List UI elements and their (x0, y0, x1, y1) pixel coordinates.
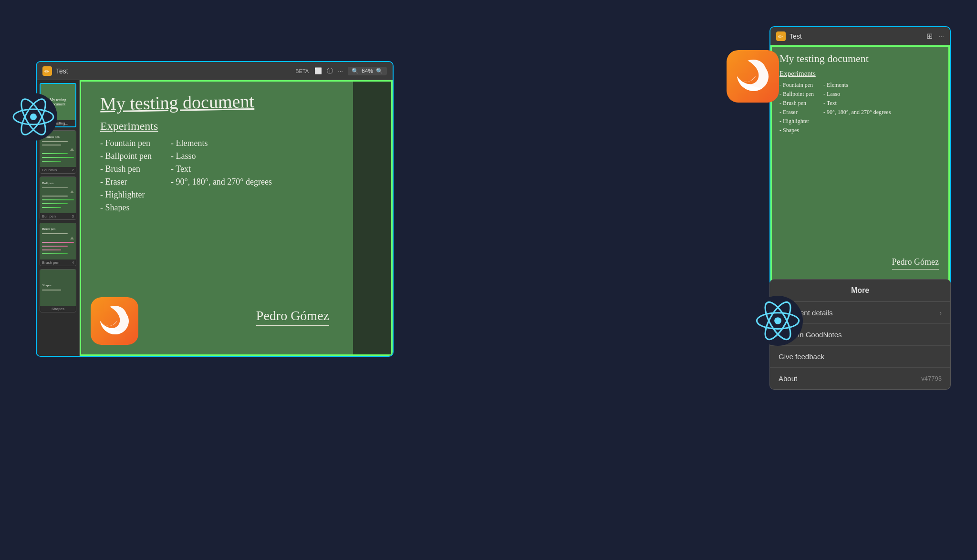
right-titlebar: ✏ Test ⊞ ··· (770, 27, 950, 45)
r-item-r4: - 90°, 180°, and 270° degrees (823, 109, 891, 116)
beta-badge: BETA (295, 68, 309, 74)
r-item-r3: - Text (823, 100, 891, 107)
list-item-r4: - 90°, 180°, and 270° degrees (171, 177, 272, 187)
right-signature-line (892, 269, 939, 270)
list-item-r3: - Text (171, 164, 272, 174)
right-signature: Pedro Gómez (892, 257, 939, 270)
canvas-text: My testing document Experiments - Founta… (100, 91, 348, 216)
signature: Pedro Gómez (256, 308, 329, 326)
right-right-list: - Elements - Lasso - Text - 90°, 180°, a… (823, 82, 891, 136)
list-item-1: - Fountain pen (100, 138, 152, 148)
list-item-3: - Brush pen (100, 164, 152, 174)
svg-point-15 (774, 317, 781, 324)
titlebar-controls: ⬜ ⓘ ··· 🔍 64% 🔍 (314, 67, 387, 75)
list-item-2: - Ballpoint pen (100, 151, 152, 161)
zoom-out-btn[interactable]: 🔍 (352, 68, 359, 74)
zoom-level: 64% (362, 68, 373, 74)
sidebar-toggle-btn[interactable]: ⬜ (314, 67, 322, 74)
window-body: My testing document My testing... Founta… (37, 80, 393, 356)
menu-item-label-feedback: Give feedback (779, 353, 824, 361)
signature-text: Pedro Gómez (256, 308, 329, 323)
svg-text:✏: ✏ (44, 68, 49, 75)
list-item-4: - Eraser (100, 177, 152, 187)
doc-title: My testing document (100, 89, 349, 114)
list-item-6: - Shapes (100, 203, 152, 213)
right-section: Experiments (780, 70, 943, 78)
chevron-right-icon: › (939, 309, 942, 317)
sidebar-page-5[interactable]: Shapes Shapes (40, 269, 76, 312)
page-2-label: Fountain...2 (40, 167, 76, 173)
react-icon-right (753, 296, 803, 346)
right-canvas: My testing document Experiments - Founta… (770, 45, 950, 285)
right-window: ✏ Test ⊞ ··· My testing document Experim… (769, 26, 951, 286)
r-item-4: - Eraser (780, 109, 814, 116)
signature-underline (256, 325, 329, 326)
canvas-right-strip (353, 82, 391, 354)
list-item-r1: - Elements (171, 138, 272, 148)
r-item-6: - Shapes (780, 127, 814, 134)
r-item-1: - Fountain pen (780, 82, 814, 89)
main-canvas: My testing document Experiments - Founta… (80, 80, 393, 356)
right-canvas-text: My testing document Experiments - Founta… (780, 52, 943, 136)
left-window: ✏ Test BETA ⬜ ⓘ ··· 🔍 64% 🔍 My testing d… (36, 61, 394, 357)
right-window-title: Test (790, 32, 926, 40)
svg-point-7 (30, 114, 37, 120)
r-item-r2: - Lasso (823, 91, 891, 98)
app-icon-small-left: ✏ (42, 66, 52, 76)
svg-rect-2 (91, 297, 138, 345)
sidebar-page-3[interactable]: Bull pen Bull pen3 (40, 176, 76, 220)
app-icon-small-right: ✏ (776, 31, 786, 41)
swift-icon-right (727, 50, 779, 103)
two-column-list: - Fountain pen - Ballpoint pen - Brush p… (100, 138, 348, 216)
more-btn-right[interactable]: ··· (938, 32, 944, 40)
react-icon-left (10, 93, 57, 141)
svg-text:✏: ✏ (778, 33, 783, 40)
sidebar-page-4[interactable]: Brush pen Brush pen4 (40, 223, 76, 266)
list-item-5: - Highlighter (100, 190, 152, 200)
page-5-label: Shapes (40, 306, 76, 312)
left-titlebar: ✏ Test BETA ⬜ ⓘ ··· 🔍 64% 🔍 (37, 62, 393, 80)
page-3-label: Bull pen3 (40, 213, 76, 219)
right-left-list: - Fountain pen - Ballpoint pen - Brush p… (780, 82, 814, 136)
swift-icon-main (91, 297, 138, 345)
left-list: - Fountain pen - Ballpoint pen - Brush p… (100, 138, 152, 216)
page-4-label: Brush pen4 (40, 259, 76, 266)
r-item-5: - Highlighter (780, 118, 814, 125)
more-btn-left[interactable]: ··· (338, 67, 343, 74)
grid-view-btn[interactable]: ⊞ (926, 31, 933, 41)
menu-item-about[interactable]: About v47793 (770, 368, 950, 389)
right-titlebar-controls: ⊞ ··· (926, 31, 944, 41)
menu-item-label-about: About (779, 374, 797, 383)
svg-rect-10 (727, 50, 779, 103)
right-doc-title: My testing document (780, 52, 943, 65)
version-label: v47793 (921, 375, 942, 382)
r-item-r1: - Elements (823, 82, 891, 89)
right-two-col: - Fountain pen - Ballpoint pen - Brush p… (780, 82, 943, 136)
section-header: Experiments (100, 120, 348, 133)
list-item-r2: - Lasso (171, 151, 272, 161)
right-list: - Elements - Lasso - Text - 90°, 180°, a… (171, 138, 272, 216)
zoom-controls[interactable]: 🔍 64% 🔍 (348, 67, 387, 75)
left-window-title: Test (56, 67, 295, 75)
menu-item-feedback[interactable]: Give feedback (770, 346, 950, 368)
right-signature-text: Pedro Gómez (892, 257, 939, 267)
r-item-3: - Brush pen (780, 100, 814, 107)
r-item-2: - Ballpoint pen (780, 91, 814, 98)
info-btn[interactable]: ⓘ (327, 67, 333, 75)
zoom-in-btn[interactable]: 🔍 (376, 68, 383, 74)
